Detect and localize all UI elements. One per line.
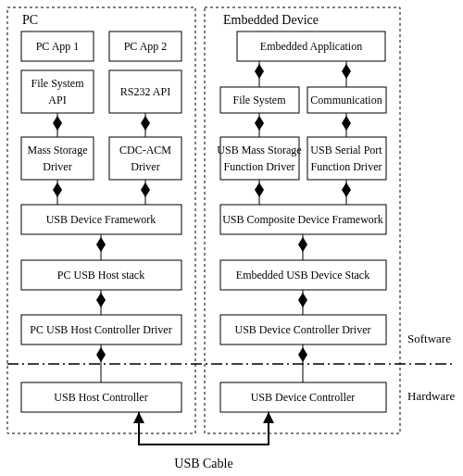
diamond-icon: [298, 293, 307, 307]
usb-cable-arrow: [133, 412, 274, 445]
svg-marker-2: [263, 412, 274, 423]
diamond-icon: [96, 237, 106, 252]
diamond-icon: [53, 182, 62, 197]
pc-app1-label: PC App 1: [36, 40, 80, 53]
embedded-title: Embedded Device: [223, 13, 319, 27]
diamond-icon: [342, 116, 351, 131]
hardware-label: Hardware: [407, 389, 455, 403]
diamond-icon: [255, 182, 264, 197]
software-label: Software: [407, 332, 451, 345]
svg-marker-1: [133, 412, 144, 423]
diamond-icon: [255, 64, 264, 79]
diamond-icon: [342, 64, 351, 79]
diamond-icon: [141, 116, 150, 131]
diamond-icon: [298, 237, 307, 252]
usb-device-controller-label: USB Device Controller: [251, 391, 356, 404]
diamond-icon: [96, 293, 106, 307]
diamond-icon: [342, 182, 351, 197]
usb-cable-label: USB Cable: [174, 457, 232, 470]
diamond-icon: [141, 182, 150, 197]
usb-host-controller-label: USB Host Controller: [54, 391, 147, 404]
usb-architecture-diagram: PC PC App 1 PC App 2 File System API RS2…: [0, 0, 463, 476]
usb-ms-fn-l2: Function Driver: [224, 160, 295, 173]
usb-composite-fw-label: USB Composite Device Framework: [222, 213, 383, 226]
diamond-icon: [53, 116, 62, 131]
diamond-icon: [96, 347, 106, 362]
rs232-api-label: RS232 API: [120, 85, 170, 98]
file-system-api-l2: API: [48, 94, 66, 106]
diamond-icon: [255, 116, 264, 131]
pc-usb-host-stack-label: PC USB Host stack: [57, 269, 144, 282]
diamond-icon: [298, 347, 307, 362]
embedded-usb-stack-label: Embedded USB Device Stack: [236, 269, 369, 282]
mass-storage-l1: Mass Storage: [28, 144, 88, 157]
embedded-app-label: Embedded Application: [260, 40, 362, 53]
file-system-label: File System: [232, 94, 286, 106]
cdc-acm-l1: CDC-ACM: [119, 144, 171, 157]
usb-ms-fn-l1: USB Mass Storage: [217, 144, 301, 157]
pc-app2-label: PC App 2: [124, 40, 168, 53]
pc-usb-host-ctrl-driver-label: PC USB Host Controller Driver: [30, 323, 171, 336]
file-system-api-l1: File System: [31, 77, 84, 90]
cdc-acm-l2: Driver: [131, 160, 159, 173]
usb-serial-fn-l1: USB Serial Port: [310, 144, 382, 157]
usb-dev-ctrl-driver-label: USB Device Controller Driver: [235, 323, 371, 336]
usb-device-framework-label: USB Device Framework: [46, 213, 156, 226]
pc-title: PC: [22, 13, 38, 27]
usb-serial-fn-l2: Function Driver: [311, 160, 382, 173]
mass-storage-l2: Driver: [43, 160, 71, 173]
communication-label: Communication: [310, 94, 382, 106]
